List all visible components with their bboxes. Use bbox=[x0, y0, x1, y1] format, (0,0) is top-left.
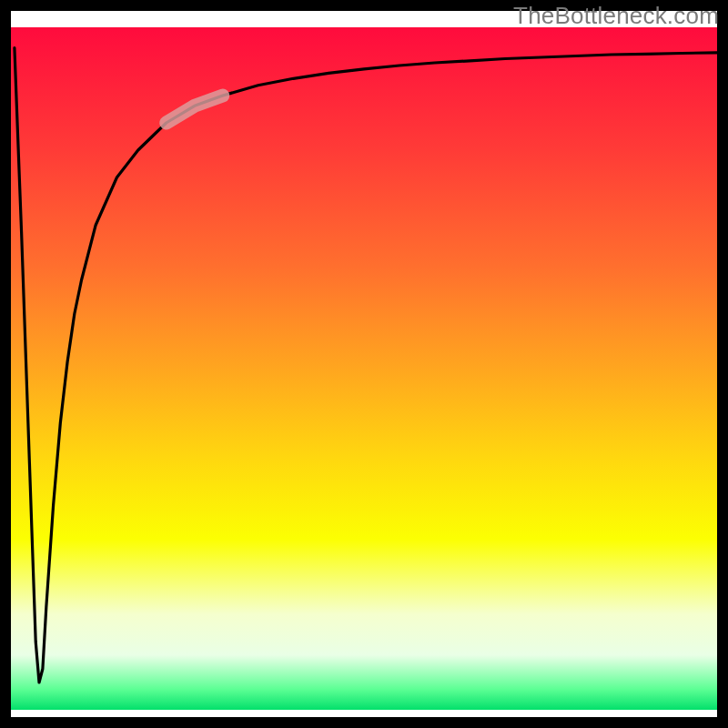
bottleneck-chart: TheBottleneck.com bbox=[0, 0, 728, 728]
chart-svg bbox=[0, 0, 728, 728]
chart-background bbox=[11, 27, 717, 710]
watermark-text: TheBottleneck.com bbox=[513, 2, 719, 30]
